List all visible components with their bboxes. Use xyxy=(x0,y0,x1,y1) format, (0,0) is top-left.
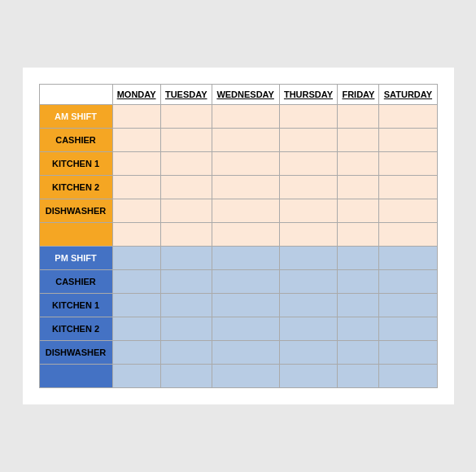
am-kitchen2-row: KITCHEN 2 xyxy=(39,176,437,199)
pm-extra-monday xyxy=(112,365,160,388)
pm-kitchen1-label: KITCHEN 1 xyxy=(39,294,112,317)
am-shift-saturday xyxy=(379,105,437,129)
am-kitchen1-thursday xyxy=(279,152,338,176)
am-extra-saturday xyxy=(379,223,437,247)
pm-extra-row xyxy=(39,365,437,388)
pm-kitchen1-friday xyxy=(338,294,379,317)
pm-shift-label: PM SHIFT xyxy=(39,247,112,270)
am-kitchen2-friday xyxy=(338,176,379,199)
am-kitchen1-saturday xyxy=(379,152,437,176)
pm-dishwasher-label: DISHWASHER xyxy=(39,341,112,365)
am-cashier-monday xyxy=(112,129,160,152)
pm-extra-wednesday xyxy=(212,365,279,388)
pm-kitchen2-wednesday xyxy=(212,317,279,341)
am-kitchen1-tuesday xyxy=(160,152,212,176)
pm-kitchen1-thursday xyxy=(279,294,338,317)
pm-extra-friday xyxy=(338,365,379,388)
schedule-page: MONDAY TUESDAY WEDNESDAY THURSDAY FRIDAY… xyxy=(23,68,454,404)
pm-cashier-label: CASHIER xyxy=(39,270,112,294)
header-thursday: THURSDAY xyxy=(279,85,338,105)
am-extra-tuesday xyxy=(160,223,212,247)
pm-kitchen1-monday xyxy=(112,294,160,317)
am-shift-monday xyxy=(112,105,160,129)
am-shift-row: AM SHIFT xyxy=(39,105,437,129)
pm-dishwasher-thursday xyxy=(279,341,338,365)
header-monday: MONDAY xyxy=(112,85,160,105)
am-kitchen2-thursday xyxy=(279,176,338,199)
pm-kitchen2-saturday xyxy=(379,317,437,341)
header-empty xyxy=(39,85,112,105)
am-kitchen1-monday xyxy=(112,152,160,176)
schedule-table: MONDAY TUESDAY WEDNESDAY THURSDAY FRIDAY… xyxy=(39,84,438,388)
pm-cashier-thursday xyxy=(279,270,338,294)
am-kitchen2-label: KITCHEN 2 xyxy=(39,176,112,199)
am-cashier-label: CASHIER xyxy=(39,129,112,152)
pm-shift-wednesday xyxy=(212,247,279,270)
am-shift-thursday xyxy=(279,105,338,129)
am-extra-row xyxy=(39,223,437,247)
pm-extra-thursday xyxy=(279,365,338,388)
pm-cashier-friday xyxy=(338,270,379,294)
am-kitchen2-monday xyxy=(112,176,160,199)
pm-shift-saturday xyxy=(379,247,437,270)
am-shift-tuesday xyxy=(160,105,212,129)
pm-kitchen1-tuesday xyxy=(160,294,212,317)
pm-kitchen2-label: KITCHEN 2 xyxy=(39,317,112,341)
am-kitchen1-row: KITCHEN 1 xyxy=(39,152,437,176)
header-saturday: SATURDAY xyxy=(379,85,437,105)
am-kitchen2-wednesday xyxy=(212,176,279,199)
am-kitchen2-saturday xyxy=(379,176,437,199)
pm-shift-tuesday xyxy=(160,247,212,270)
am-cashier-thursday xyxy=(279,129,338,152)
am-shift-label: AM SHIFT xyxy=(39,105,112,129)
pm-dishwasher-friday xyxy=(338,341,379,365)
pm-dishwasher-monday xyxy=(112,341,160,365)
pm-cashier-saturday xyxy=(379,270,437,294)
am-extra-monday xyxy=(112,223,160,247)
am-dishwasher-monday xyxy=(112,199,160,223)
am-dishwasher-thursday xyxy=(279,199,338,223)
pm-dishwasher-tuesday xyxy=(160,341,212,365)
am-kitchen2-tuesday xyxy=(160,176,212,199)
am-kitchen1-label: KITCHEN 1 xyxy=(39,152,112,176)
am-dishwasher-friday xyxy=(338,199,379,223)
am-cashier-wednesday xyxy=(212,129,279,152)
pm-shift-row: PM SHIFT xyxy=(39,247,437,270)
pm-kitchen2-monday xyxy=(112,317,160,341)
pm-dishwasher-row: DISHWASHER xyxy=(39,341,437,365)
pm-kitchen2-thursday xyxy=(279,317,338,341)
am-shift-wednesday xyxy=(212,105,279,129)
pm-kitchen1-saturday xyxy=(379,294,437,317)
header-wednesday: WEDNESDAY xyxy=(212,85,279,105)
pm-cashier-tuesday xyxy=(160,270,212,294)
am-extra-label xyxy=(39,223,112,247)
pm-dishwasher-wednesday xyxy=(212,341,279,365)
pm-kitchen1-wednesday xyxy=(212,294,279,317)
pm-kitchen2-friday xyxy=(338,317,379,341)
am-extra-friday xyxy=(338,223,379,247)
pm-cashier-wednesday xyxy=(212,270,279,294)
pm-extra-tuesday xyxy=(160,365,212,388)
am-cashier-saturday xyxy=(379,129,437,152)
am-dishwasher-wednesday xyxy=(212,199,279,223)
am-dishwasher-tuesday xyxy=(160,199,212,223)
pm-kitchen1-row: KITCHEN 1 xyxy=(39,294,437,317)
am-kitchen1-wednesday xyxy=(212,152,279,176)
am-cashier-row: CASHIER xyxy=(39,129,437,152)
am-dishwasher-label: DISHWASHER xyxy=(39,199,112,223)
pm-extra-label xyxy=(39,365,112,388)
am-extra-thursday xyxy=(279,223,338,247)
pm-dishwasher-saturday xyxy=(379,341,437,365)
am-cashier-friday xyxy=(338,129,379,152)
am-extra-wednesday xyxy=(212,223,279,247)
pm-cashier-monday xyxy=(112,270,160,294)
header-friday: FRIDAY xyxy=(338,85,379,105)
pm-kitchen2-tuesday xyxy=(160,317,212,341)
pm-shift-friday xyxy=(338,247,379,270)
pm-shift-monday xyxy=(112,247,160,270)
pm-shift-thursday xyxy=(279,247,338,270)
am-kitchen1-friday xyxy=(338,152,379,176)
pm-cashier-row: CASHIER xyxy=(39,270,437,294)
am-cashier-tuesday xyxy=(160,129,212,152)
am-dishwasher-row: DISHWASHER xyxy=(39,199,437,223)
